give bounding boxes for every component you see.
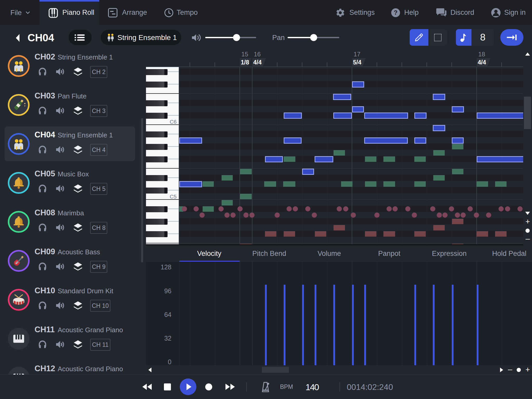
svg-text:?: ?	[394, 9, 398, 16]
